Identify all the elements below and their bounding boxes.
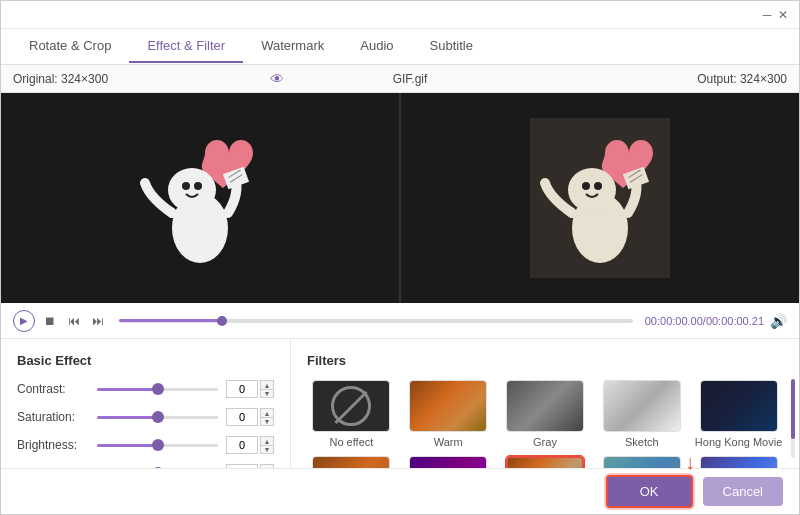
cancel-button[interactable]: Cancel (703, 477, 783, 506)
progress-track (119, 319, 633, 322)
filter-thumb-stars (700, 456, 778, 468)
saturation-slider[interactable] (97, 409, 218, 425)
filter-purple[interactable]: Purple (404, 456, 493, 468)
progress-dot (217, 316, 227, 326)
original-size: Original: 324×300 (13, 72, 264, 86)
progress-bar[interactable] (119, 319, 633, 323)
filter-label-sketch: Sketch (625, 436, 659, 448)
saturation-down[interactable]: ▼ (260, 417, 274, 426)
svg-point-3 (194, 182, 202, 190)
contrast-down[interactable]: ▼ (260, 389, 274, 398)
playback-controls: ▶ ⏹ ⏮ ⏭ 00:00:00.00/00:00:00.21 🔊 (1, 303, 799, 339)
bottom-section: Basic Effect Contrast: ▲ ▼ (1, 339, 799, 468)
next-button[interactable]: ⏭ (89, 312, 107, 330)
output-size: Output: 324×300 (536, 72, 787, 86)
filename: GIF.gif (284, 72, 535, 86)
filter-sketch[interactable]: Sketch (597, 380, 686, 448)
preview-left (1, 93, 399, 303)
svg-point-10 (582, 182, 590, 190)
minimize-button[interactable]: ─ (759, 7, 775, 23)
prev-button[interactable]: ⏮ (65, 312, 83, 330)
tab-watermark[interactable]: Watermark (243, 30, 342, 63)
filter-thumb-orange (312, 456, 390, 468)
brightness-down[interactable]: ▼ (260, 445, 274, 454)
contrast-up[interactable]: ▲ (260, 380, 274, 389)
time-display: 00:00:00.00/00:00:00.21 (645, 315, 764, 327)
filter-thumb-coord (603, 456, 681, 468)
filter-warm[interactable]: Warm (404, 380, 493, 448)
svg-point-11 (594, 182, 602, 190)
brightness-up[interactable]: ▲ (260, 436, 274, 445)
play-button[interactable]: ▶ (13, 310, 35, 332)
filter-label-warm: Warm (434, 436, 463, 448)
filter-thumb-warm (409, 380, 487, 432)
arrow-down-icon: ↓ (685, 451, 695, 474)
brightness-row: Brightness: ▲ ▼ (17, 436, 274, 454)
filter-thumb-sketch (603, 380, 681, 432)
brightness-label: Brightness: (17, 438, 89, 452)
infobar: Original: 324×300 👁 GIF.gif Output: 324×… (1, 65, 799, 93)
contrast-label: Contrast: (17, 382, 89, 396)
filter-no-effect[interactable]: No effect (307, 380, 396, 448)
saturation-up[interactable]: ▲ (260, 408, 274, 417)
gif-character-left (130, 118, 270, 278)
progress-fill (119, 319, 222, 322)
brightness-spinner: ▲ ▼ (260, 436, 274, 454)
tabbar: Rotate & Crop Effect & Filter Watermark … (1, 29, 799, 65)
filter-orange[interactable]: Orange Dots (307, 456, 396, 468)
filters-scrollbar[interactable] (791, 379, 795, 458)
gif-character-right (530, 118, 670, 278)
filter-hk[interactable]: Hong Kong Movie (694, 380, 783, 448)
filters-panel: Filters No effect Warm Gray (291, 339, 799, 468)
brightness-input[interactable] (226, 436, 258, 454)
tab-rotate[interactable]: Rotate & Crop (11, 30, 129, 63)
filter-thumb-no-effect (312, 380, 390, 432)
left-panel: Basic Effect Contrast: ▲ ▼ (1, 339, 291, 468)
ok-button[interactable]: OK (606, 475, 693, 508)
stop-button[interactable]: ⏹ (41, 312, 59, 330)
contrast-row: Contrast: ▲ ▼ (17, 380, 274, 398)
scrollbar-thumb (791, 379, 795, 439)
eye-icon[interactable]: 👁 (270, 71, 284, 87)
filter-label-hk: Hong Kong Movie (695, 436, 782, 448)
filter-thumb-gray (506, 380, 584, 432)
filter-current[interactable]: Current ✓ Plain (501, 456, 590, 468)
contrast-spinner: ▲ ▼ (260, 380, 274, 398)
contrast-input[interactable] (226, 380, 258, 398)
volume-icon[interactable]: 🔊 (770, 313, 787, 329)
preview-area (1, 93, 799, 303)
tab-subtitle[interactable]: Subtitle (412, 30, 491, 63)
close-button[interactable]: ✕ (775, 7, 791, 23)
svg-point-1 (168, 168, 216, 212)
preview-canvas-right (401, 93, 799, 303)
filter-thumb-hk (700, 380, 778, 432)
preview-right (401, 93, 799, 303)
filter-label-gray: Gray (533, 436, 557, 448)
filter-label-no-effect: No effect (329, 436, 373, 448)
filter-thumb-current: Current ✓ (506, 456, 584, 468)
filter-stars[interactable]: Stars (694, 456, 783, 468)
saturation-input[interactable] (226, 408, 258, 426)
contrast-slider[interactable] (97, 381, 218, 397)
main-window: ─ ✕ Rotate & Crop Effect & Filter Waterm… (0, 0, 800, 515)
saturation-label: Saturation: (17, 410, 89, 424)
filters-grid: No effect Warm Gray Sketch (307, 380, 783, 468)
filter-thumb-purple (409, 456, 487, 468)
titlebar: ─ ✕ (1, 1, 799, 29)
filter-coord[interactable]: Coordinates (597, 456, 686, 468)
footer: ↓ OK Cancel (1, 468, 799, 514)
svg-point-2 (182, 182, 190, 190)
saturation-input-group: ▲ ▼ (226, 408, 274, 426)
brightness-input-group: ▲ ▼ (226, 436, 274, 454)
filter-gray[interactable]: Gray (501, 380, 590, 448)
brightness-slider[interactable] (97, 437, 218, 453)
saturation-spinner: ▲ ▼ (260, 408, 274, 426)
filters-title: Filters (307, 353, 783, 368)
no-effect-icon (331, 386, 371, 426)
saturation-row: Saturation: ▲ ▼ (17, 408, 274, 426)
tab-audio[interactable]: Audio (342, 30, 411, 63)
tab-effect[interactable]: Effect & Filter (129, 30, 243, 63)
preview-canvas-left (1, 93, 399, 303)
svg-point-9 (568, 168, 616, 212)
basic-effect-title: Basic Effect (17, 353, 274, 368)
